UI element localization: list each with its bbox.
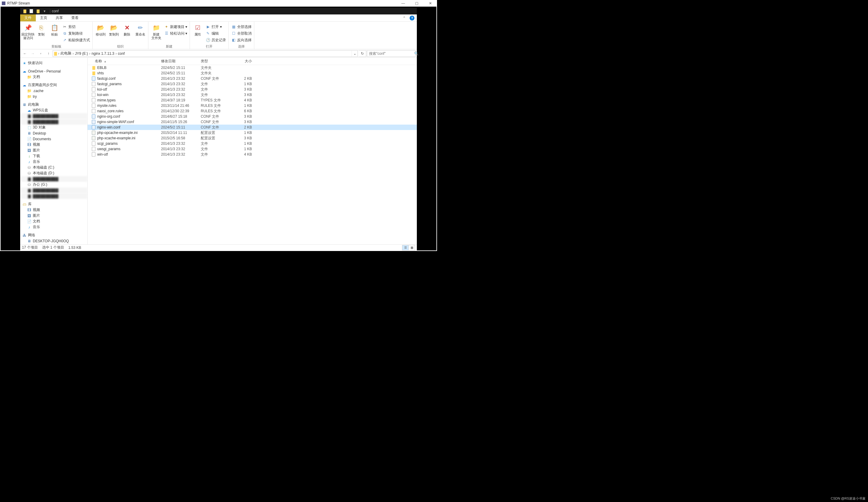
breadcrumb-seg[interactable]: conf: [117, 51, 125, 56]
nav-item[interactable]: ☁WPS云盘: [20, 107, 87, 113]
breadcrumb[interactable]: ▇ › 此电脑 › JY9 (E:) › nginx 1.7.11.3 › co…: [53, 50, 358, 57]
file-row[interactable]: fastcgi_params2014/1/3 23:32文件1 KB: [87, 81, 417, 87]
nav-group-title[interactable]: ☁OneDrive - Personal: [20, 68, 87, 74]
cut-button[interactable]: ✂剪切: [61, 23, 91, 30]
col-size[interactable]: 大小: [235, 59, 254, 64]
search-input[interactable]: [369, 51, 414, 56]
ribbon-collapse-icon[interactable]: ⌃: [400, 14, 409, 21]
forward-button[interactable]: →: [29, 50, 37, 57]
breadcrumb-seg[interactable]: nginx 1.7.11.3: [91, 51, 115, 56]
properties-button[interactable]: ☑属性: [191, 22, 204, 36]
copyto-button[interactable]: 📂复制到: [107, 22, 121, 36]
nav-item[interactable]: 📄Documents: [20, 136, 87, 142]
file-row[interactable]: scgi_params2014/1/3 23:32文件1 KB: [87, 141, 417, 146]
rename-button[interactable]: ✏重命名: [134, 22, 147, 36]
nav-item[interactable]: 🎞视频: [20, 207, 87, 213]
newitem-button[interactable]: ✦新建项目 ▾: [163, 23, 188, 30]
tab-file[interactable]: 文件: [20, 14, 36, 21]
nav-item[interactable]: 📁.cache: [20, 88, 87, 94]
file-row[interactable]: nginx-org.conf2014/6/27 15:18CONF 文件3 KB: [87, 114, 417, 119]
col-name[interactable]: 名称▲: [87, 59, 161, 64]
file-row[interactable]: nginx-win.conf2024/5/2 15:11CONF 文件2 KB: [87, 125, 417, 130]
nav-item[interactable]: ▇██████████: [20, 176, 87, 182]
file-row[interactable]: ▇vhts2024/5/2 15:11文件夹: [87, 70, 417, 76]
nav-group-title[interactable]: 🖧网络: [20, 232, 87, 238]
file-row[interactable]: mysite.rules2013/11/14 21:46RULES 文件1 KB: [87, 103, 417, 108]
maximize-button[interactable]: ▢: [410, 0, 423, 7]
file-row[interactable]: uwsgi_params2014/1/3 23:32文件1 KB: [87, 146, 417, 152]
shortcut-button[interactable]: ↗粘贴快捷方式: [61, 37, 91, 43]
nav-item[interactable]: 🎞视频: [20, 142, 87, 147]
moveto-button[interactable]: 📂移动到: [94, 22, 107, 36]
pin-button[interactable]: 📌固定到快速访问: [21, 22, 34, 40]
address-dropdown-icon[interactable]: ⌄: [352, 51, 358, 57]
nav-item[interactable]: ♪音乐: [20, 224, 87, 230]
newfolder-button[interactable]: 📁新建文件夹: [149, 22, 163, 40]
nav-group-title[interactable]: ★快速访问: [20, 60, 87, 66]
nav-item[interactable]: ↓下载: [20, 153, 87, 159]
nav-item[interactable]: 🖥DESKTOP-JGQH0OQ: [20, 238, 87, 244]
col-type[interactable]: 类型: [201, 59, 235, 64]
file-row[interactable]: koi-win2014/1/3 23:32文件3 KB: [87, 92, 417, 98]
close-button[interactable]: ✕: [423, 0, 437, 7]
tab-home[interactable]: 主页: [36, 14, 51, 21]
file-row[interactable]: nginx-simple-WAF.conf2014/11/5 15:26CONF…: [87, 119, 417, 125]
copy-button[interactable]: ⎘复制: [34, 22, 48, 36]
nav-tree[interactable]: ★快速访问☁OneDrive - Personal📁文档☁百度网盘同步空间📁.c…: [20, 58, 87, 244]
invert-button[interactable]: ◧反向选择: [230, 37, 253, 43]
icons-view-button[interactable]: ▦: [409, 245, 415, 250]
minimize-button[interactable]: —: [396, 0, 410, 7]
qat-dropdown-icon[interactable]: ▾: [42, 8, 47, 14]
nav-item[interactable]: 🖥Desktop: [20, 130, 87, 136]
details-view-button[interactable]: ☰: [402, 245, 409, 250]
nav-item[interactable]: ⛁本地磁盘 (D:): [20, 170, 87, 176]
easy-button[interactable]: ☰轻松访问 ▾: [163, 30, 188, 37]
file-row[interactable]: win-utf2014/1/3 23:32文件4 KB: [87, 152, 417, 157]
nav-item[interactable]: ⛁本地磁盘 (C:): [20, 165, 87, 170]
nav-item[interactable]: 🖼图片: [20, 147, 87, 153]
file-row[interactable]: koi-utf2014/1/3 23:32文件3 KB: [87, 87, 417, 92]
nav-group-title[interactable]: 🗃库: [20, 201, 87, 207]
nav-item[interactable]: 🖼图片: [20, 213, 87, 218]
delete-button[interactable]: ✕删除: [121, 22, 134, 36]
tab-view[interactable]: 查看: [67, 14, 83, 21]
nav-item[interactable]: ▇██████████: [20, 187, 87, 193]
edit-button[interactable]: ✎编辑: [204, 30, 227, 37]
copypath-button[interactable]: ⧉复制路径: [61, 30, 91, 37]
file-row[interactable]: php-opcache-example.ini2015/2/14 11:11配置…: [87, 130, 417, 135]
back-button[interactable]: ←: [21, 50, 29, 57]
up-button[interactable]: ↑: [45, 50, 52, 57]
search-box[interactable]: 🔍: [367, 50, 416, 57]
nav-group-title[interactable]: ☁百度网盘同步空间: [20, 82, 87, 88]
file-row[interactable]: ▇EBLB2024/5/2 15:11文件夹: [87, 65, 417, 70]
chevron-right-icon[interactable]: ›: [58, 51, 60, 56]
breadcrumb-seg[interactable]: JY9 (E:): [74, 51, 89, 56]
chevron-right-icon[interactable]: ›: [72, 51, 74, 56]
search-icon[interactable]: 🔍: [414, 51, 418, 56]
nav-item[interactable]: 📄文档: [20, 218, 87, 224]
breadcrumb-seg[interactable]: 此电脑: [60, 51, 72, 56]
file-row[interactable]: php-xcache-example.ini2015/2/5 16:58配置设置…: [87, 135, 417, 141]
selectnone-button[interactable]: ☐全部取消: [230, 30, 253, 37]
chevron-right-icon[interactable]: ›: [115, 51, 117, 56]
help-icon[interactable]: ?: [410, 16, 414, 20]
file-row[interactable]: fastcgi.conf2014/1/3 23:32CONF 文件2 KB: [87, 76, 417, 81]
nav-group-title[interactable]: 🖥此电脑: [20, 102, 87, 107]
col-date[interactable]: 修改日期: [161, 59, 201, 64]
nav-item[interactable]: ⬚3D 对象: [20, 125, 87, 130]
nav-item[interactable]: ▇██████████: [20, 113, 87, 119]
nav-item[interactable]: ▇██████████: [20, 119, 87, 125]
file-row[interactable]: naxsi_core.rules2014/12/30 22:39RULES 文件…: [87, 108, 417, 114]
chevron-right-icon[interactable]: ›: [89, 51, 91, 56]
open-button[interactable]: ▶打开 ▾: [204, 23, 227, 30]
file-row[interactable]: mime.types2014/3/7 18:19TYPES 文件4 KB: [87, 98, 417, 103]
nav-item[interactable]: ♪音乐: [20, 159, 87, 165]
tab-share[interactable]: 共享: [51, 14, 67, 21]
nav-item[interactable]: ⛁办公 (G:): [20, 182, 87, 187]
nav-item[interactable]: 📁文档: [20, 74, 87, 80]
selectall-button[interactable]: ▦全部选择: [230, 23, 253, 30]
history-button[interactable]: 🕑历史记录: [204, 37, 227, 43]
paste-button[interactable]: 📋粘贴: [48, 22, 61, 36]
nav-item[interactable]: ▇██████████: [20, 193, 87, 199]
recent-dropdown[interactable]: ▾: [37, 50, 44, 57]
